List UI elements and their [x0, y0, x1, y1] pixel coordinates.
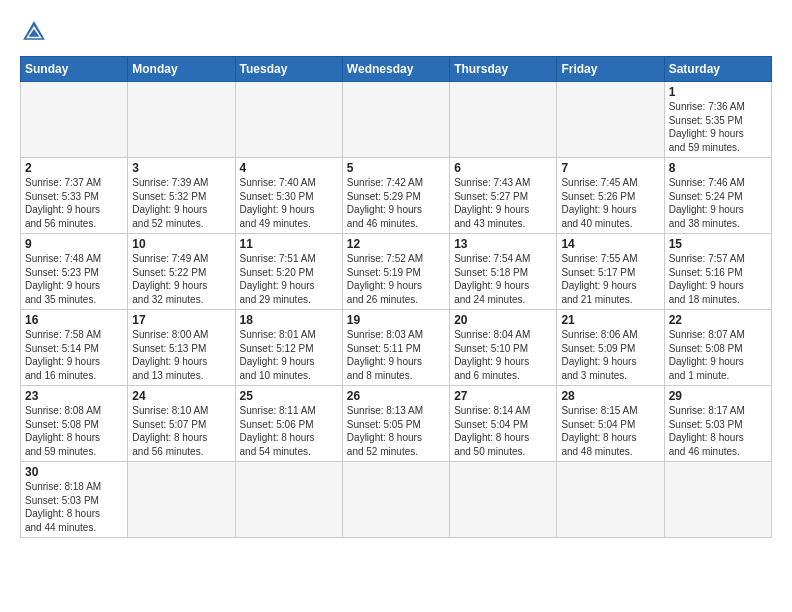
generalblue-icon [20, 18, 48, 46]
day-number: 3 [132, 161, 230, 175]
day-info: Sunrise: 8:03 AMSunset: 5:11 PMDaylight:… [347, 328, 445, 382]
day-number: 23 [25, 389, 123, 403]
day-info: Sunrise: 7:36 AMSunset: 5:35 PMDaylight:… [669, 100, 767, 154]
calendar-cell: 3Sunrise: 7:39 AMSunset: 5:32 PMDaylight… [128, 158, 235, 234]
logo [20, 18, 52, 46]
day-number: 16 [25, 313, 123, 327]
weekday-header-wednesday: Wednesday [342, 57, 449, 82]
weekday-header-monday: Monday [128, 57, 235, 82]
calendar-cell: 13Sunrise: 7:54 AMSunset: 5:18 PMDayligh… [450, 234, 557, 310]
day-number: 22 [669, 313, 767, 327]
day-number: 14 [561, 237, 659, 251]
calendar-cell: 4Sunrise: 7:40 AMSunset: 5:30 PMDaylight… [235, 158, 342, 234]
day-info: Sunrise: 7:54 AMSunset: 5:18 PMDaylight:… [454, 252, 552, 306]
calendar-cell [128, 82, 235, 158]
calendar-cell [450, 462, 557, 538]
calendar-cell: 7Sunrise: 7:45 AMSunset: 5:26 PMDaylight… [557, 158, 664, 234]
day-info: Sunrise: 7:37 AMSunset: 5:33 PMDaylight:… [25, 176, 123, 230]
day-info: Sunrise: 8:04 AMSunset: 5:10 PMDaylight:… [454, 328, 552, 382]
weekday-header-sunday: Sunday [21, 57, 128, 82]
calendar-cell: 10Sunrise: 7:49 AMSunset: 5:22 PMDayligh… [128, 234, 235, 310]
day-info: Sunrise: 7:58 AMSunset: 5:14 PMDaylight:… [25, 328, 123, 382]
day-number: 11 [240, 237, 338, 251]
day-number: 15 [669, 237, 767, 251]
calendar-cell [557, 82, 664, 158]
day-number: 24 [132, 389, 230, 403]
calendar-cell: 15Sunrise: 7:57 AMSunset: 5:16 PMDayligh… [664, 234, 771, 310]
day-info: Sunrise: 8:01 AMSunset: 5:12 PMDaylight:… [240, 328, 338, 382]
weekday-header-saturday: Saturday [664, 57, 771, 82]
calendar-cell [235, 462, 342, 538]
day-info: Sunrise: 8:17 AMSunset: 5:03 PMDaylight:… [669, 404, 767, 458]
day-info: Sunrise: 8:13 AMSunset: 5:05 PMDaylight:… [347, 404, 445, 458]
day-number: 20 [454, 313, 552, 327]
calendar-week-2: 9Sunrise: 7:48 AMSunset: 5:23 PMDaylight… [21, 234, 772, 310]
calendar-cell: 28Sunrise: 8:15 AMSunset: 5:04 PMDayligh… [557, 386, 664, 462]
calendar-cell: 14Sunrise: 7:55 AMSunset: 5:17 PMDayligh… [557, 234, 664, 310]
calendar-cell: 11Sunrise: 7:51 AMSunset: 5:20 PMDayligh… [235, 234, 342, 310]
calendar-cell [21, 82, 128, 158]
day-info: Sunrise: 8:08 AMSunset: 5:08 PMDaylight:… [25, 404, 123, 458]
day-number: 2 [25, 161, 123, 175]
day-info: Sunrise: 8:06 AMSunset: 5:09 PMDaylight:… [561, 328, 659, 382]
calendar-cell [557, 462, 664, 538]
calendar-cell: 5Sunrise: 7:42 AMSunset: 5:29 PMDaylight… [342, 158, 449, 234]
day-info: Sunrise: 7:51 AMSunset: 5:20 PMDaylight:… [240, 252, 338, 306]
day-number: 4 [240, 161, 338, 175]
day-info: Sunrise: 7:42 AMSunset: 5:29 PMDaylight:… [347, 176, 445, 230]
day-number: 5 [347, 161, 445, 175]
day-number: 10 [132, 237, 230, 251]
day-info: Sunrise: 8:10 AMSunset: 5:07 PMDaylight:… [132, 404, 230, 458]
day-number: 1 [669, 85, 767, 99]
day-number: 30 [25, 465, 123, 479]
calendar-cell: 9Sunrise: 7:48 AMSunset: 5:23 PMDaylight… [21, 234, 128, 310]
day-info: Sunrise: 7:55 AMSunset: 5:17 PMDaylight:… [561, 252, 659, 306]
calendar-cell [450, 82, 557, 158]
day-number: 7 [561, 161, 659, 175]
day-info: Sunrise: 8:07 AMSunset: 5:08 PMDaylight:… [669, 328, 767, 382]
day-info: Sunrise: 7:52 AMSunset: 5:19 PMDaylight:… [347, 252, 445, 306]
weekday-row: SundayMondayTuesdayWednesdayThursdayFrid… [21, 57, 772, 82]
day-info: Sunrise: 8:15 AMSunset: 5:04 PMDaylight:… [561, 404, 659, 458]
day-info: Sunrise: 7:46 AMSunset: 5:24 PMDaylight:… [669, 176, 767, 230]
calendar-cell: 27Sunrise: 8:14 AMSunset: 5:04 PMDayligh… [450, 386, 557, 462]
day-info: Sunrise: 8:11 AMSunset: 5:06 PMDaylight:… [240, 404, 338, 458]
day-number: 9 [25, 237, 123, 251]
day-number: 21 [561, 313, 659, 327]
calendar-cell: 17Sunrise: 8:00 AMSunset: 5:13 PMDayligh… [128, 310, 235, 386]
day-info: Sunrise: 7:45 AMSunset: 5:26 PMDaylight:… [561, 176, 659, 230]
day-number: 27 [454, 389, 552, 403]
calendar-week-3: 16Sunrise: 7:58 AMSunset: 5:14 PMDayligh… [21, 310, 772, 386]
calendar-week-0: 1Sunrise: 7:36 AMSunset: 5:35 PMDaylight… [21, 82, 772, 158]
calendar-cell: 26Sunrise: 8:13 AMSunset: 5:05 PMDayligh… [342, 386, 449, 462]
calendar-cell: 1Sunrise: 7:36 AMSunset: 5:35 PMDaylight… [664, 82, 771, 158]
day-number: 13 [454, 237, 552, 251]
day-number: 29 [669, 389, 767, 403]
day-info: Sunrise: 7:39 AMSunset: 5:32 PMDaylight:… [132, 176, 230, 230]
calendar-cell: 22Sunrise: 8:07 AMSunset: 5:08 PMDayligh… [664, 310, 771, 386]
day-number: 19 [347, 313, 445, 327]
day-info: Sunrise: 8:14 AMSunset: 5:04 PMDaylight:… [454, 404, 552, 458]
day-number: 6 [454, 161, 552, 175]
calendar-header: SundayMondayTuesdayWednesdayThursdayFrid… [21, 57, 772, 82]
day-info: Sunrise: 7:57 AMSunset: 5:16 PMDaylight:… [669, 252, 767, 306]
calendar-cell: 18Sunrise: 8:01 AMSunset: 5:12 PMDayligh… [235, 310, 342, 386]
calendar-cell: 30Sunrise: 8:18 AMSunset: 5:03 PMDayligh… [21, 462, 128, 538]
calendar-cell: 21Sunrise: 8:06 AMSunset: 5:09 PMDayligh… [557, 310, 664, 386]
day-number: 26 [347, 389, 445, 403]
calendar-cell [235, 82, 342, 158]
calendar-week-1: 2Sunrise: 7:37 AMSunset: 5:33 PMDaylight… [21, 158, 772, 234]
day-number: 25 [240, 389, 338, 403]
calendar-cell [664, 462, 771, 538]
calendar-cell: 8Sunrise: 7:46 AMSunset: 5:24 PMDaylight… [664, 158, 771, 234]
calendar-cell: 24Sunrise: 8:10 AMSunset: 5:07 PMDayligh… [128, 386, 235, 462]
calendar-cell [342, 82, 449, 158]
calendar-week-4: 23Sunrise: 8:08 AMSunset: 5:08 PMDayligh… [21, 386, 772, 462]
calendar-week-5: 30Sunrise: 8:18 AMSunset: 5:03 PMDayligh… [21, 462, 772, 538]
day-number: 18 [240, 313, 338, 327]
calendar-cell: 6Sunrise: 7:43 AMSunset: 5:27 PMDaylight… [450, 158, 557, 234]
day-info: Sunrise: 7:43 AMSunset: 5:27 PMDaylight:… [454, 176, 552, 230]
day-info: Sunrise: 8:18 AMSunset: 5:03 PMDaylight:… [25, 480, 123, 534]
calendar-cell: 19Sunrise: 8:03 AMSunset: 5:11 PMDayligh… [342, 310, 449, 386]
day-info: Sunrise: 7:48 AMSunset: 5:23 PMDaylight:… [25, 252, 123, 306]
